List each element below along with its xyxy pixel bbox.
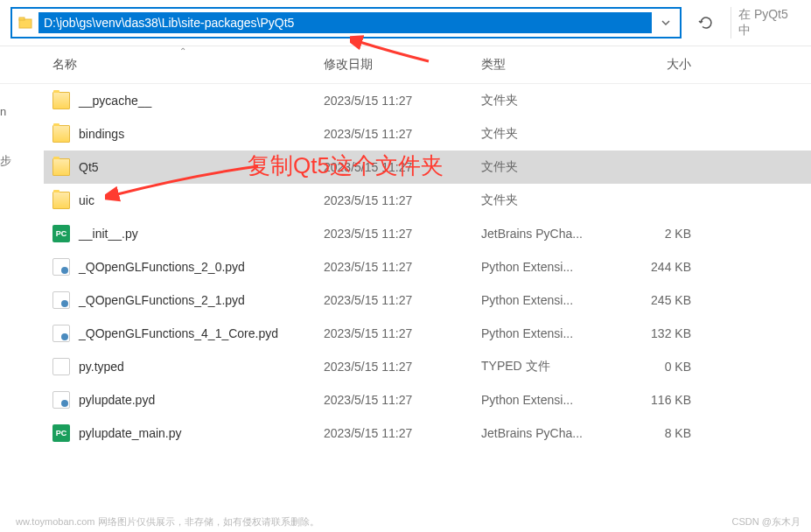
file-row[interactable]: __pycache__2023/5/15 11:27文件夹 <box>44 84 811 117</box>
file-size: 116 KB <box>612 393 691 407</box>
file-name: py.typed <box>79 360 324 374</box>
file-list: __pycache__2023/5/15 11:27文件夹bindings202… <box>0 84 811 450</box>
pc-icon: PC <box>52 225 70 242</box>
file-size: 2 KB <box>612 227 691 241</box>
file-size: 244 KB <box>612 260 691 274</box>
file-type: TYPED 文件 <box>481 359 612 374</box>
file-type: 文件夹 <box>481 159 612 175</box>
file-date: 2023/5/15 11:27 <box>324 94 481 108</box>
file-name: __pycache__ <box>79 94 324 108</box>
file-type: Python Extensi... <box>481 260 612 274</box>
address-bar[interactable]: D:\job\gs\venv\das38\Lib\site-packages\P… <box>10 7 682 38</box>
search-box[interactable]: 在 PyQt5 中 <box>731 7 801 38</box>
folder-path-icon <box>17 15 33 31</box>
file-type: Python Extensi... <box>481 393 612 407</box>
pyd-icon <box>52 325 70 342</box>
column-header-date[interactable]: 修改日期 <box>324 57 481 73</box>
path-dropdown-button[interactable] <box>652 9 680 37</box>
file-row[interactable]: PC__init__.py2023/5/15 11:27JetBrains Py… <box>44 217 811 250</box>
file-size: 245 KB <box>612 293 691 307</box>
pc-icon: PC <box>52 424 70 442</box>
file-size: 0 KB <box>612 360 691 374</box>
file-date: 2023/5/15 11:27 <box>324 360 481 374</box>
file-name: bindings <box>79 127 324 141</box>
pyd-icon <box>52 258 70 276</box>
left-edge-fragment: n 步 <box>0 70 13 204</box>
file-date: 2023/5/15 11:27 <box>324 227 481 241</box>
file-type: JetBrains PyCha... <box>481 227 612 241</box>
pyd-icon <box>52 291 70 309</box>
file-row[interactable]: _QOpenGLFunctions_4_1_Core.pyd2023/5/15 … <box>44 317 811 350</box>
file-name: _QOpenGLFunctions_4_1_Core.pyd <box>79 326 324 340</box>
file-date: 2023/5/15 11:27 <box>324 193 481 207</box>
file-date: 2023/5/15 11:27 <box>324 160 481 174</box>
path-text[interactable]: D:\job\gs\venv\das38\Lib\site-packages\P… <box>38 12 652 33</box>
pyd-icon <box>52 391 70 409</box>
file-size: 132 KB <box>612 326 691 340</box>
watermark-right: CSDN @东木月 <box>732 515 801 528</box>
file-date: 2023/5/15 11:27 <box>324 293 481 307</box>
typed-icon <box>52 358 70 375</box>
refresh-button[interactable] <box>689 7 724 38</box>
folder-icon <box>52 158 70 176</box>
folder-icon <box>52 92 70 109</box>
file-name: __init__.py <box>79 227 324 241</box>
file-row[interactable]: pylupdate.pyd2023/5/15 11:27Python Exten… <box>44 383 811 416</box>
file-name: Qt5 <box>79 160 324 174</box>
column-headers: ⌃ 名称 修改日期 类型 大小 <box>0 46 811 84</box>
file-row[interactable]: _QOpenGLFunctions_2_0.pyd2023/5/15 11:27… <box>44 250 811 284</box>
column-header-size[interactable]: 大小 <box>612 57 691 73</box>
file-row[interactable]: _QOpenGLFunctions_2_1.pyd2023/5/15 11:27… <box>44 284 811 317</box>
file-row[interactable]: py.typed2023/5/15 11:27TYPED 文件0 KB <box>44 350 811 383</box>
file-date: 2023/5/15 11:27 <box>324 127 481 141</box>
folder-icon <box>52 192 70 209</box>
file-type: 文件夹 <box>481 192 612 208</box>
file-date: 2023/5/15 11:27 <box>324 426 481 440</box>
file-date: 2023/5/15 11:27 <box>324 260 481 274</box>
file-type: Python Extensi... <box>481 326 612 340</box>
file-name: pylupdate.pyd <box>79 393 324 407</box>
file-date: 2023/5/15 11:27 <box>324 393 481 407</box>
watermark-left: ww.toymoban.com 网络图片仅供展示，非存储，如有侵权请联系删除。 <box>16 515 319 528</box>
file-type: 文件夹 <box>481 93 612 108</box>
file-type: Python Extensi... <box>481 293 612 307</box>
file-type: 文件夹 <box>481 126 612 142</box>
file-type: JetBrains PyCha... <box>481 426 612 440</box>
file-name: _QOpenGLFunctions_2_1.pyd <box>79 293 324 307</box>
folder-icon <box>52 125 70 143</box>
column-header-type[interactable]: 类型 <box>481 57 612 73</box>
column-header-name[interactable]: 名称 <box>52 57 324 73</box>
file-size: 8 KB <box>612 426 691 440</box>
file-row[interactable]: Qt52023/5/15 11:27文件夹 <box>44 150 811 184</box>
file-name: pylupdate_main.py <box>79 426 324 440</box>
sort-indicator-icon: ⌃ <box>179 46 186 56</box>
file-row[interactable]: uic2023/5/15 11:27文件夹 <box>44 184 811 217</box>
search-placeholder: 在 PyQt5 中 <box>738 7 794 38</box>
toolbar: D:\job\gs\venv\das38\Lib\site-packages\P… <box>0 0 811 46</box>
file-date: 2023/5/15 11:27 <box>324 326 481 340</box>
file-name: uic <box>79 193 324 207</box>
file-row[interactable]: PCpylupdate_main.py2023/5/15 11:27JetBra… <box>44 416 811 450</box>
svg-rect-1 <box>19 18 24 20</box>
file-row[interactable]: bindings2023/5/15 11:27文件夹 <box>44 117 811 150</box>
file-name: _QOpenGLFunctions_2_0.pyd <box>79 260 324 274</box>
